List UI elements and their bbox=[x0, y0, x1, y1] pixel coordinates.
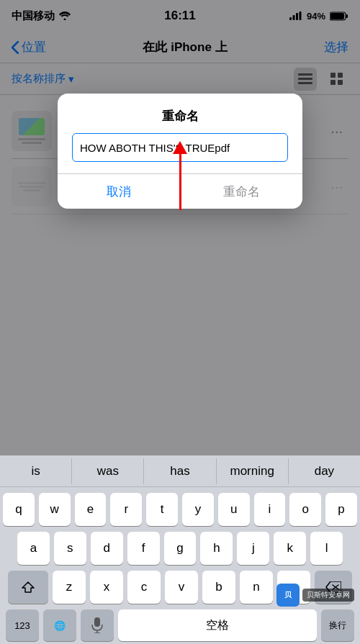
numbers-key[interactable]: 123 bbox=[6, 609, 39, 641]
key-d[interactable]: d bbox=[91, 532, 123, 565]
svg-rect-19 bbox=[94, 617, 100, 627]
key-g[interactable]: g bbox=[164, 532, 197, 565]
shift-icon bbox=[22, 581, 35, 594]
predictive-word-2[interactable]: was bbox=[72, 458, 144, 484]
key-k[interactable]: k bbox=[274, 532, 306, 565]
arrow-line bbox=[179, 153, 181, 210]
key-b[interactable]: b bbox=[202, 571, 235, 604]
globe-icon: 🌐 bbox=[54, 620, 66, 631]
key-a[interactable]: a bbox=[17, 532, 50, 565]
confirm-rename-button[interactable]: 重命名 bbox=[181, 174, 303, 209]
key-w[interactable]: w bbox=[39, 493, 71, 526]
key-e[interactable]: e bbox=[75, 493, 107, 526]
globe-key[interactable]: 🌐 bbox=[43, 609, 76, 641]
space-label: 空格 bbox=[206, 618, 229, 633]
numbers-label: 123 bbox=[14, 620, 30, 631]
predictive-word-4[interactable]: morning bbox=[217, 458, 289, 484]
key-v[interactable]: v bbox=[165, 571, 198, 604]
dialog-title: 重命名 bbox=[58, 94, 302, 133]
predictive-word-5[interactable]: day bbox=[289, 458, 360, 484]
key-row-1: q w e r t y u i o p bbox=[3, 493, 357, 526]
annotation-arrow bbox=[173, 141, 187, 210]
key-r[interactable]: r bbox=[110, 493, 142, 526]
microphone-key[interactable] bbox=[81, 609, 114, 641]
key-i[interactable]: i bbox=[254, 493, 286, 526]
return-label: 换行 bbox=[329, 620, 346, 632]
key-n[interactable]: n bbox=[240, 571, 273, 604]
key-l[interactable]: l bbox=[310, 532, 343, 565]
key-y[interactable]: y bbox=[182, 493, 214, 526]
key-q[interactable]: q bbox=[3, 493, 35, 526]
shift-key[interactable] bbox=[8, 571, 48, 604]
key-x[interactable]: x bbox=[90, 571, 123, 604]
key-j[interactable]: j bbox=[237, 532, 269, 565]
bottom-row: 123 🌐 空格 换行 bbox=[3, 609, 357, 641]
predictive-word-3[interactable]: has bbox=[144, 458, 216, 484]
cancel-button[interactable]: 取消 bbox=[58, 174, 181, 209]
watermark-text: 贝斯特安卓网 bbox=[302, 589, 354, 602]
key-t[interactable]: t bbox=[146, 493, 178, 526]
key-c[interactable]: c bbox=[127, 571, 161, 604]
key-h[interactable]: h bbox=[200, 532, 233, 565]
key-f[interactable]: f bbox=[127, 532, 160, 565]
key-p[interactable]: p bbox=[325, 493, 357, 526]
key-u[interactable]: u bbox=[218, 493, 250, 526]
key-z[interactable]: z bbox=[53, 571, 86, 604]
keyboard: is was has morning day q w e r t y u i o… bbox=[0, 455, 360, 644]
key-rows: q w e r t y u i o p a s d f g h j k l bbox=[0, 487, 360, 644]
watermark: 贝 贝斯特安卓网 bbox=[276, 584, 354, 607]
predictive-bar: is was has morning day bbox=[0, 455, 360, 487]
mic-icon bbox=[91, 617, 103, 633]
watermark-logo: 贝 bbox=[276, 584, 300, 607]
space-key[interactable]: 空格 bbox=[118, 609, 317, 641]
key-o[interactable]: o bbox=[289, 493, 321, 526]
key-row-2: a s d f g h j k l bbox=[3, 532, 357, 565]
return-key[interactable]: 换行 bbox=[321, 609, 354, 641]
svg-marker-15 bbox=[22, 582, 34, 592]
predictive-word-1[interactable]: is bbox=[0, 458, 72, 484]
key-s[interactable]: s bbox=[54, 532, 86, 565]
